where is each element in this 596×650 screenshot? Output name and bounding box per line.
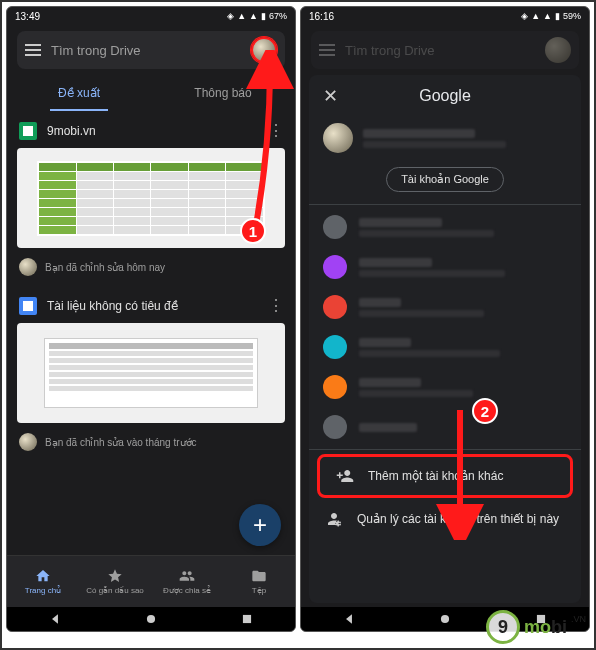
close-icon[interactable]: ✕ — [323, 85, 343, 107]
battery-text: 59% — [563, 11, 581, 21]
file-header[interactable]: 9mobi.vn ⋮ — [17, 115, 285, 146]
manage-accounts-label: Quản lý các tài khoản trên thiết bị này — [357, 512, 559, 526]
file-meta: Bạn đã chỉnh sửa hôm nay — [17, 252, 285, 290]
signal-icon: ▲ — [531, 11, 540, 21]
account-info-redacted — [359, 338, 567, 357]
file-title: 9mobi.vn — [47, 124, 258, 138]
doc-preview — [44, 338, 258, 408]
svg-rect-1 — [243, 615, 251, 623]
watermark-vn: .VN — [571, 614, 586, 624]
signal-icon: ▲ — [543, 11, 552, 21]
nav-home[interactable]: Trang chủ — [7, 556, 79, 607]
person-add-icon — [334, 467, 356, 485]
file-thumbnail[interactable] — [17, 323, 285, 423]
bottom-nav: Trang chủ Có gắn dấu sao Được chia sẻ Tệ… — [7, 555, 295, 607]
add-account-label: Thêm một tài khoản khác — [368, 469, 503, 483]
battery-icon: ▮ — [261, 11, 266, 21]
battery-text: 67% — [269, 11, 287, 21]
account-info-redacted — [363, 129, 567, 148]
status-icons: ◈ ▲ ▲ ▮ 67% — [227, 11, 287, 21]
battery-icon: ▮ — [555, 11, 560, 21]
sheets-icon — [19, 122, 37, 140]
editor-avatar-icon — [19, 433, 37, 451]
account-info-redacted — [359, 218, 567, 237]
avatar-icon — [323, 123, 353, 153]
fab-add-button[interactable]: + — [239, 504, 281, 546]
person-gear-icon — [323, 510, 345, 528]
account-avatar-icon — [323, 415, 347, 439]
search-bar[interactable]: Tìm trong Drive — [17, 31, 285, 69]
add-account-button[interactable]: Thêm một tài khoản khác — [317, 454, 573, 498]
tab-notifications[interactable]: Thông báo — [151, 75, 295, 111]
annotation-badge-1: 1 — [240, 218, 266, 244]
account-switcher-sheet: ✕ Google Tài khoản Google — [309, 75, 581, 603]
search-bar-dimmed: Tìm trong Drive — [311, 31, 579, 69]
folder-icon — [251, 568, 267, 584]
meta-text: Bạn đã chỉnh sửa hôm nay — [45, 262, 165, 273]
nav-starred[interactable]: Có gắn dấu sao — [79, 556, 151, 607]
home-icon — [35, 568, 51, 584]
back-icon[interactable] — [342, 612, 356, 626]
watermark-9mobi: 9 mobi .VN — [486, 610, 586, 644]
tab-suggested[interactable]: Đề xuất — [7, 75, 151, 111]
account-row[interactable] — [309, 367, 581, 407]
status-icons: ◈ ▲ ▲ ▮ 59% — [521, 11, 581, 21]
recents-icon[interactable] — [240, 612, 254, 626]
sheet-preview — [37, 161, 265, 236]
meta-text: Bạn đã chỉnh sửa vào tháng trước — [45, 437, 197, 448]
google-account-button[interactable]: Tài khoản Google — [386, 167, 504, 192]
account-row[interactable] — [309, 327, 581, 367]
wifi-icon: ◈ — [521, 11, 528, 21]
more-icon[interactable]: ⋮ — [268, 296, 283, 315]
search-placeholder: Tìm trong Drive — [345, 43, 535, 58]
home-icon[interactable] — [144, 612, 158, 626]
account-avatar-icon — [323, 295, 347, 319]
account-avatar-icon — [323, 335, 347, 359]
account-row[interactable] — [309, 407, 581, 447]
account-row[interactable] — [309, 247, 581, 287]
account-info-redacted — [359, 258, 567, 277]
file-header[interactable]: Tài liệu không có tiêu đề ⋮ — [17, 290, 285, 321]
docs-icon — [19, 297, 37, 315]
account-row[interactable] — [309, 207, 581, 247]
hamburger-icon[interactable] — [25, 44, 41, 56]
back-icon[interactable] — [48, 612, 62, 626]
signal-icon: ▲ — [249, 11, 258, 21]
file-title: Tài liệu không có tiêu đề — [47, 299, 258, 313]
nav-files[interactable]: Tệp — [223, 556, 295, 607]
account-avatar-icon — [323, 375, 347, 399]
phone-left-drive-home: 13:49 ◈ ▲ ▲ ▮ 67% Tìm trong Drive Đề xuấ… — [6, 6, 296, 632]
sheet-header: ✕ Google — [309, 85, 581, 115]
account-row[interactable] — [309, 287, 581, 327]
hamburger-icon — [319, 44, 335, 56]
home-icon[interactable] — [438, 612, 452, 626]
star-icon — [107, 568, 123, 584]
divider — [309, 449, 581, 450]
manage-accounts-button[interactable]: Quản lý các tài khoản trên thiết bị này — [309, 500, 581, 538]
phone-right-account-switcher: 16:16 ◈ ▲ ▲ ▮ 59% Tìm trong Drive ✕ Goog… — [300, 6, 590, 632]
account-info-redacted — [359, 298, 567, 317]
current-account[interactable] — [309, 115, 581, 161]
status-bar: 13:49 ◈ ▲ ▲ ▮ 67% — [7, 7, 295, 25]
account-avatar[interactable] — [251, 37, 277, 63]
account-info-redacted — [359, 423, 567, 432]
watermark-text: mobi — [524, 617, 567, 638]
editor-avatar-icon — [19, 258, 37, 276]
people-icon — [179, 568, 195, 584]
nav-shared[interactable]: Được chia sẻ — [151, 556, 223, 607]
account-avatar — [545, 37, 571, 63]
status-time: 13:49 — [15, 11, 40, 22]
account-avatar-icon — [323, 215, 347, 239]
signal-icon: ▲ — [237, 11, 246, 21]
svg-point-0 — [147, 615, 155, 623]
more-icon[interactable]: ⋮ — [268, 121, 283, 140]
status-time: 16:16 — [309, 11, 334, 22]
search-placeholder: Tìm trong Drive — [51, 43, 241, 58]
sheet-title: Google — [343, 87, 547, 105]
wifi-icon: ◈ — [227, 11, 234, 21]
status-bar: 16:16 ◈ ▲ ▲ ▮ 59% — [301, 7, 589, 25]
android-nav — [7, 607, 295, 631]
tabs: Đề xuất Thông báo — [7, 75, 295, 111]
watermark-circle: 9 — [486, 610, 520, 644]
content-area: 9mobi.vn ⋮ Bạn đã chỉnh sửa hôm nay — [7, 111, 295, 555]
